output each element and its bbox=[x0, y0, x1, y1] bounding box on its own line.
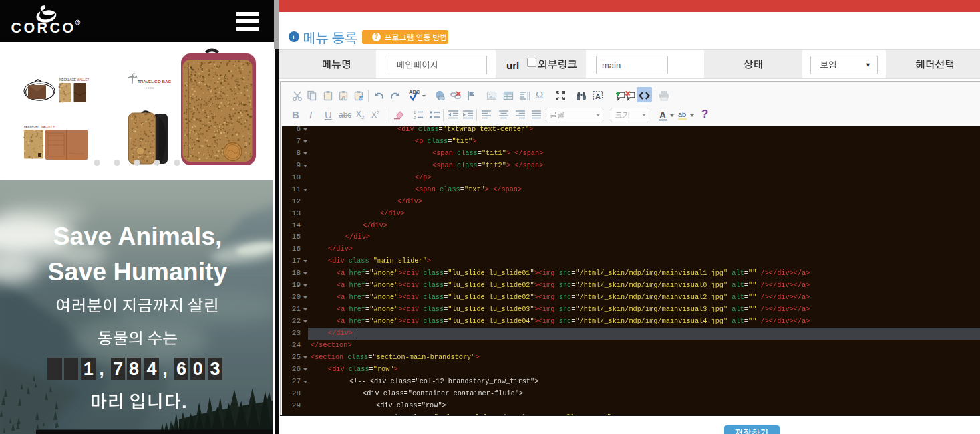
svg-text:Ω: Ω bbox=[536, 90, 543, 100]
svg-text:NECKLACE WALLET: NECKLACE WALLET bbox=[59, 78, 89, 82]
svg-text:2: 2 bbox=[414, 116, 416, 120]
svg-text:1: 1 bbox=[414, 110, 416, 114]
svg-text:C O R K: C O R K bbox=[146, 87, 154, 90]
svg-text:W: W bbox=[359, 96, 363, 100]
svg-text:A: A bbox=[341, 94, 346, 101]
svg-text:TRAVEL GO BAG: TRAVEL GO BAG bbox=[138, 79, 171, 84]
svg-text:CORCO: CORCO bbox=[11, 20, 76, 36]
svg-text:ab: ab bbox=[678, 110, 686, 118]
svg-text:ABC: ABC bbox=[409, 89, 420, 95]
svg-text:A: A bbox=[595, 92, 601, 100]
svg-text:PASSPORT WALLET 7t: PASSPORT WALLET 7t bbox=[24, 125, 56, 128]
svg-text:R: R bbox=[77, 21, 79, 25]
